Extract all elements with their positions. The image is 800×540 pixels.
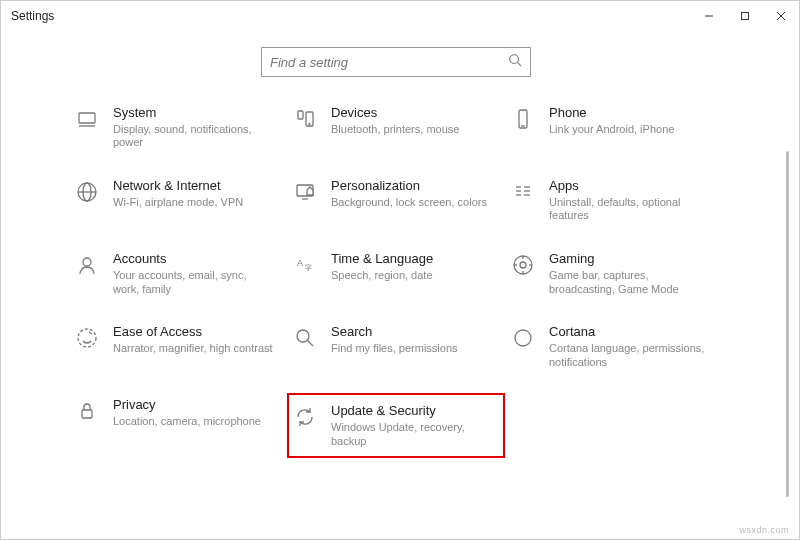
ease-icon [73,324,101,352]
tile-title: Apps [549,178,709,194]
settings-grid: SystemDisplay, sound, notifications, pow… [1,105,791,454]
tile-apps[interactable]: AppsUninstall, defaults, optional featur… [509,178,719,223]
tile-desc: Uninstall, defaults, optional features [549,196,709,224]
tile-text: Time & LanguageSpeech, region, date [331,251,433,282]
tile-title: Network & Internet [113,178,243,194]
settings-window: Settings SystemDisplay, sound, notificat… [0,0,800,540]
tile-desc: Speech, region, date [331,269,433,283]
tile-desc: Narrator, magnifier, high contrast [113,342,273,356]
tile-text: Update & SecurityWindows Update, recover… [331,403,491,448]
tile-search[interactable]: SearchFind my files, permissions [291,324,501,369]
tile-title: Devices [331,105,459,121]
search-wrap [1,31,791,105]
cortana-icon [509,324,537,352]
personalization-icon [291,178,319,206]
tile-desc: Bluetooth, printers, mouse [331,123,459,137]
tile-title: Cortana [549,324,709,340]
accounts-icon [73,251,101,279]
tile-desc: Background, lock screen, colors [331,196,487,210]
tile-text: Ease of AccessNarrator, magnifier, high … [113,324,273,355]
watermark: wsxdn.com [739,525,789,535]
tile-text: DevicesBluetooth, printers, mouse [331,105,459,136]
gaming-icon [509,251,537,279]
window-title: Settings [11,9,54,23]
time-icon [291,251,319,279]
network-icon [73,178,101,206]
privacy-icon [73,397,101,425]
tile-personalization[interactable]: PersonalizationBackground, lock screen, … [291,178,501,223]
tile-update[interactable]: Update & SecurityWindows Update, recover… [291,397,501,454]
system-icon [73,105,101,133]
svg-rect-1 [742,13,749,20]
tile-title: Personalization [331,178,487,194]
tile-text: SystemDisplay, sound, notifications, pow… [113,105,273,150]
tile-system[interactable]: SystemDisplay, sound, notifications, pow… [73,105,283,150]
tile-text: PersonalizationBackground, lock screen, … [331,178,487,209]
tile-text: Network & InternetWi-Fi, airplane mode, … [113,178,243,209]
titlebar: Settings [1,1,799,31]
tile-title: System [113,105,273,121]
tile-text: AccountsYour accounts, email, sync, work… [113,251,273,296]
scrollbar[interactable] [784,151,790,535]
tile-time[interactable]: Time & LanguageSpeech, region, date [291,251,501,296]
tile-phone[interactable]: PhoneLink your Android, iPhone [509,105,719,150]
svg-line-5 [518,63,522,67]
tile-accounts[interactable]: AccountsYour accounts, email, sync, work… [73,251,283,296]
tile-gaming[interactable]: GamingGame bar, captures, broadcasting, … [509,251,719,296]
tile-title: Time & Language [331,251,433,267]
search-icon [508,53,522,71]
tile-text: PrivacyLocation, camera, microphone [113,397,261,428]
tile-desc: Find my files, permissions [331,342,458,356]
tile-network[interactable]: Network & InternetWi-Fi, airplane mode, … [73,178,283,223]
scrollbar-thumb[interactable] [786,151,789,497]
minimize-button[interactable] [691,1,727,31]
devices-icon [291,105,319,133]
svg-point-4 [510,55,519,64]
apps-icon [509,178,537,206]
tile-desc: Cortana language, permissions, notificat… [549,342,709,370]
search-box[interactable] [261,47,531,77]
tile-title: Privacy [113,397,261,413]
content-area: SystemDisplay, sound, notifications, pow… [1,31,791,539]
tile-privacy[interactable]: PrivacyLocation, camera, microphone [73,397,283,454]
tile-desc: Game bar, captures, broadcasting, Game M… [549,269,709,297]
tile-title: Phone [549,105,674,121]
tile-text: GamingGame bar, captures, broadcasting, … [549,251,709,296]
tile-text: SearchFind my files, permissions [331,324,458,355]
tile-desc: Location, camera, microphone [113,415,261,429]
tile-title: Gaming [549,251,709,267]
tile-cortana[interactable]: CortanaCortana language, permissions, no… [509,324,719,369]
tile-text: PhoneLink your Android, iPhone [549,105,674,136]
tile-desc: Windows Update, recovery, backup [331,421,491,449]
window-controls [691,1,799,31]
tile-desc: Link your Android, iPhone [549,123,674,137]
close-button[interactable] [763,1,799,31]
tile-devices[interactable]: DevicesBluetooth, printers, mouse [291,105,501,150]
tile-title: Ease of Access [113,324,273,340]
update-icon [291,403,319,431]
search-icon [291,324,319,352]
tile-desc: Display, sound, notifications, power [113,123,273,151]
tile-text: CortanaCortana language, permissions, no… [549,324,709,369]
tile-title: Search [331,324,458,340]
phone-icon [509,105,537,133]
tile-ease[interactable]: Ease of AccessNarrator, magnifier, high … [73,324,283,369]
maximize-button[interactable] [727,1,763,31]
tile-desc: Your accounts, email, sync, work, family [113,269,273,297]
tile-text: AppsUninstall, defaults, optional featur… [549,178,709,223]
tile-title: Update & Security [331,403,491,419]
search-input[interactable] [270,55,508,70]
tile-desc: Wi-Fi, airplane mode, VPN [113,196,243,210]
tile-title: Accounts [113,251,273,267]
